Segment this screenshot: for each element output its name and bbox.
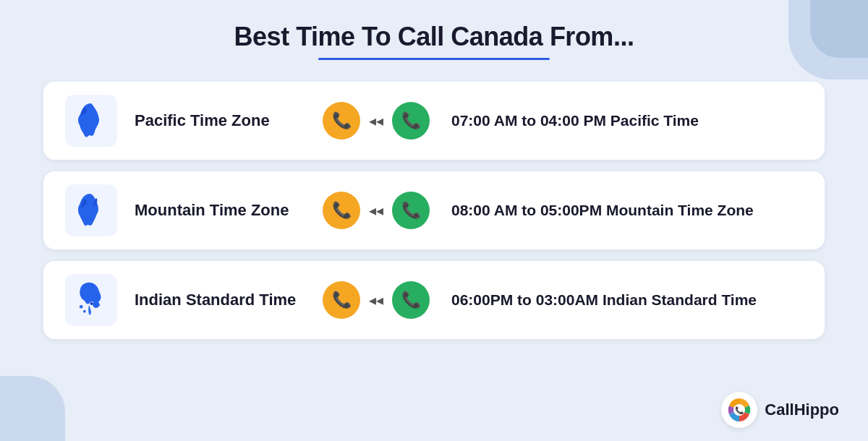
pacific-green-phone-icon: 📞: [401, 111, 421, 130]
indian-map-icon: [65, 274, 117, 326]
logo-area: 📞 CallHippo: [721, 392, 839, 428]
callhippo-logo-svg: 📞: [725, 395, 754, 424]
indian-row: Indian Standard Time 📞 ◂◂ 📞 06:00PM to 0…: [43, 261, 825, 339]
mountain-zone-label: Mountain Time Zone: [135, 201, 301, 220]
pacific-map-svg: [75, 102, 108, 140]
logo-icon: 📞: [721, 392, 757, 428]
mountain-orange-phone-icon: 📞: [332, 201, 352, 220]
pacific-green-phone: 📞: [392, 102, 430, 140]
svg-point-2: [97, 304, 100, 307]
mountain-time-range: 08:00 AM to 05:00PM Mountain Time Zone: [451, 202, 754, 219]
india-map-svg: [75, 281, 108, 319]
mountain-sound-waves: ◂◂: [369, 202, 383, 219]
indian-sound-waves: ◂◂: [369, 291, 383, 309]
pacific-sound-waves: ◂◂: [369, 112, 383, 129]
svg-point-0: [83, 310, 86, 313]
mountain-map-icon: [65, 184, 117, 236]
indian-call-icons: 📞 ◂◂ 📞: [323, 281, 430, 319]
mountain-green-phone: 📞: [392, 192, 430, 229]
mountain-map-svg: [75, 192, 108, 229]
mountain-green-phone-icon: 📞: [401, 201, 421, 220]
mountain-row: Mountain Time Zone 📞 ◂◂ 📞 08:00 AM to 05…: [43, 171, 825, 249]
svg-point-1: [80, 305, 83, 309]
indian-green-phone-icon: 📞: [401, 291, 421, 309]
rows-container: Pacific Time Zone 📞 ◂◂ 📞 07:00 AM to 04:…: [43, 82, 825, 339]
main-container: Best Time To Call Canada From... Pacific…: [0, 0, 868, 441]
pacific-time-range: 07:00 AM to 04:00 PM Pacific Time: [451, 112, 699, 129]
indian-orange-phone: 📞: [323, 281, 360, 319]
indian-green-phone: 📞: [392, 281, 430, 319]
mountain-call-icons: 📞 ◂◂ 📞: [323, 192, 430, 229]
page-title: Best Time To Call Canada From...: [234, 22, 634, 52]
mountain-orange-phone: 📞: [323, 192, 360, 229]
pacific-call-icons: 📞 ◂◂ 📞: [323, 102, 430, 140]
pacific-map-icon: [65, 95, 117, 147]
svg-text:📞: 📞: [735, 406, 744, 415]
indian-orange-phone-icon: 📞: [332, 291, 352, 309]
pacific-orange-phone: 📞: [323, 102, 360, 140]
indian-zone-label: Indian Standard Time: [135, 291, 301, 309]
pacific-row: Pacific Time Zone 📞 ◂◂ 📞 07:00 AM to 04:…: [43, 82, 825, 160]
pacific-zone-label: Pacific Time Zone: [135, 111, 301, 130]
title-underline: [318, 58, 550, 60]
indian-time-range: 06:00PM to 03:00AM Indian Standard Time: [451, 291, 757, 309]
pacific-orange-phone-icon: 📞: [332, 111, 352, 130]
title-section: Best Time To Call Canada From...: [234, 22, 634, 60]
logo-text: CallHippo: [765, 401, 839, 419]
